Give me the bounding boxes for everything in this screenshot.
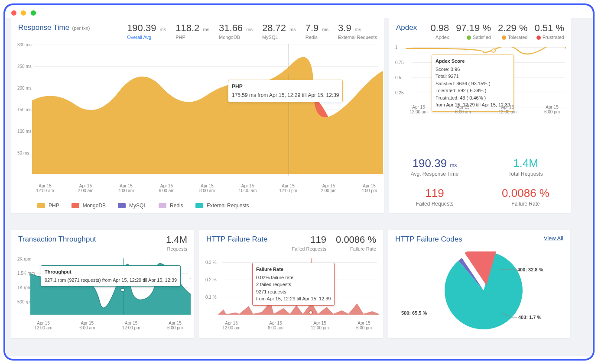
failure-codes-title: HTTP Failure Codes (395, 235, 462, 243)
failure-rate-card: HTTP Failure Rate 119 Failed Requests 0.… (199, 230, 383, 338)
x-tick: Apr 1512:00 pm (118, 321, 144, 330)
x-tick: Apr 156:00 am (263, 321, 289, 330)
throughput-card: Transaction Throughput 1.4M Requests 2K … (11, 230, 194, 338)
failure-rate-title: HTTP Failure Rate (206, 235, 267, 243)
x-tick: Apr 156:00 pm (539, 105, 565, 114)
apdex-metrics: 190.39 ms Avg. Response Time 1.4M Total … (389, 157, 571, 207)
stat: 119 Failed Requests (292, 234, 327, 251)
response-time-chart[interactable] (32, 44, 383, 174)
tooltip-line: 0.02% failure rate (256, 274, 331, 281)
response-time-card: Response Time (per txn) 190.39 ms Overal… (11, 18, 384, 213)
throughput-stats: 1.4M Requests (166, 234, 187, 251)
tooltip-line: Score: 0.96 (436, 66, 510, 73)
stat: 2.29 % Tolerated (498, 23, 528, 40)
x-tick: Apr 154:00 am (113, 184, 139, 193)
stat: 0.0086 % Failure Rate (336, 234, 376, 251)
failure-rate-stats: 119 Failed Requests 0.0086 % Failure Rat… (292, 234, 376, 251)
x-tick: Apr 156:00 pm (351, 321, 377, 330)
x-tick: Apr 1512:00 am (30, 321, 56, 330)
response-time-marker (289, 44, 289, 176)
x-tick: Apr 154:00 pm (356, 184, 382, 193)
tooltip-line: Tolerated: 592 ( 6.39% ) (436, 87, 510, 94)
tooltip-title: Apdex Score (436, 58, 510, 65)
tooltip-title: Failure Rate (256, 266, 331, 273)
x-tick: Apr 1512:00 pm (275, 184, 301, 193)
legend-item[interactable]: Redis (159, 203, 183, 209)
maximize-window-button[interactable] (31, 10, 36, 16)
pie-leaderlines (499, 260, 525, 321)
apdex-x-axis: Apr 1512:00 amApr 156:00 amApr 1512:00 p… (406, 105, 565, 114)
stat: 31.66 ms MongoDB (219, 23, 253, 40)
close-window-button[interactable] (11, 10, 16, 16)
tooltip-title: Throughput (45, 268, 177, 276)
failure-rate-x-axis: Apr 1512:00 amApr 156:00 amApr 1512:00 p… (218, 321, 377, 330)
apdex-tooltip: Apdex Score Score: 0.96Total: 9271Satisf… (432, 55, 514, 112)
stat: 0.51 % Frustrated (535, 23, 565, 40)
tooltip-line: 9271 requests (256, 288, 331, 296)
apdex-marker-dot (491, 48, 496, 53)
x-tick: Apr 1512:00 am (406, 105, 432, 114)
stat: 7.9 ms Redis (306, 23, 328, 40)
response-time-legend: PHPMongoDBMySQLRedisExternal Requests (37, 203, 261, 209)
window-titlebar (5, 5, 593, 18)
failure-rate-marker-dot (309, 310, 313, 315)
legend-item[interactable]: PHP (37, 203, 59, 209)
apdex-stats: 0.98 Apdex 97.19 % Satisfied 2.29 % Tole… (430, 23, 564, 40)
x-tick: Apr 156:00 am (74, 321, 100, 330)
stat: 118.2 ms PHP (176, 23, 209, 40)
x-tick: Apr 1512:00 pm (494, 105, 520, 114)
tooltip-title: PHP (232, 83, 339, 90)
stat: 1.4M Requests (166, 234, 187, 251)
x-tick: Apr 156:00 pm (162, 321, 188, 330)
tooltip-line: 927.1 rpm (9271 requests) from Apr 15, 1… (45, 277, 177, 283)
stat: 190.39 ms Overall Avg (127, 23, 166, 40)
stat: 0.98 Apdex (430, 23, 449, 40)
tooltip-line: from Apr 15, 12:29 till Apr 15, 12:39 (256, 295, 331, 303)
app-window: Response Time (per txn) 190.39 ms Overal… (3, 3, 595, 361)
response-time-marker-dot (286, 68, 291, 74)
response-time-title: Response Time (18, 23, 69, 32)
apdex-card: Apdex 0.98 Apdex 97.19 % Satisfied 2.29 … (389, 18, 571, 213)
tooltip-line: 175.59 ms from Apr 15, 12:29 till Apr 15… (232, 92, 339, 98)
x-tick: Apr 152:00 am (73, 184, 99, 193)
pie-label-500: 500: 65.5 % (401, 310, 427, 316)
x-tick: Apr 156:00 am (450, 105, 476, 114)
legend-item[interactable]: External Requests (195, 203, 249, 209)
apdex-metric: 1.4M Total Requests (480, 157, 571, 177)
throughput-title: Transaction Throughput (18, 235, 96, 243)
x-tick: Apr 1512:00 am (32, 184, 58, 193)
x-tick: Apr 158:00 am (194, 184, 220, 193)
tooltip-line: 2 failed requests (256, 281, 331, 288)
x-tick: Apr 1510:00 am (235, 184, 261, 193)
response-time-subtitle: (per txn) (72, 26, 90, 31)
response-time-stats: 190.39 ms Overall Avg 118.2 ms PHP 31.66… (127, 23, 377, 40)
apdex-metric: 119 Failed Requests (389, 187, 480, 207)
throughput-x-axis: Apr 1512:00 amApr 156:00 amApr 1512:00 p… (30, 321, 188, 330)
minimize-window-button[interactable] (21, 10, 26, 16)
apdex-metric: 190.39 ms Avg. Response Time (389, 157, 480, 177)
response-time-x-axis: Apr 1512:00 amApr 152:00 amApr 154:00 am… (32, 184, 382, 193)
apdex-title: Apdex (396, 23, 417, 32)
apdex-metric: 0.0086 % Failure Rate (480, 187, 571, 207)
x-tick: Apr 1512:00 am (218, 321, 244, 330)
view-all-link[interactable]: View All (544, 235, 563, 242)
failure-rate-tooltip: Failure Rate 0.02% failure rate2 failed … (252, 263, 335, 306)
legend-item[interactable]: MySQL (118, 203, 146, 209)
response-time-tooltip: PHP 175.59 ms from Apr 15, 12:29 till Ap… (228, 80, 343, 102)
stat: 97.19 % Satisfied (456, 23, 491, 40)
throughput-marker-dot (120, 288, 125, 292)
stat: 3.9 ms External Requests (338, 23, 377, 40)
x-tick: Apr 152:00 pm (316, 184, 342, 193)
legend-item[interactable]: MongoDB (72, 203, 106, 209)
stat: 28.72 ms MySQL (262, 23, 296, 40)
tooltip-line: Satisfied: 8636 ( 93.15% ) (436, 80, 510, 87)
tooltip-line: Total: 9271 (436, 73, 510, 80)
tooltip-line: Frustrated: 43 ( 0.46% ) (436, 94, 510, 102)
x-tick: Apr 156:00 am (154, 184, 180, 193)
failure-codes-card: HTTP Failure Codes View All 400: 32.8 % … (388, 230, 570, 338)
x-tick: Apr 1512:00 pm (307, 321, 333, 330)
dashboard-grid: Response Time (per txn) 190.39 ms Overal… (5, 18, 593, 356)
throughput-tooltip: Throughput 927.1 rpm (9271 requests) fro… (41, 265, 181, 287)
